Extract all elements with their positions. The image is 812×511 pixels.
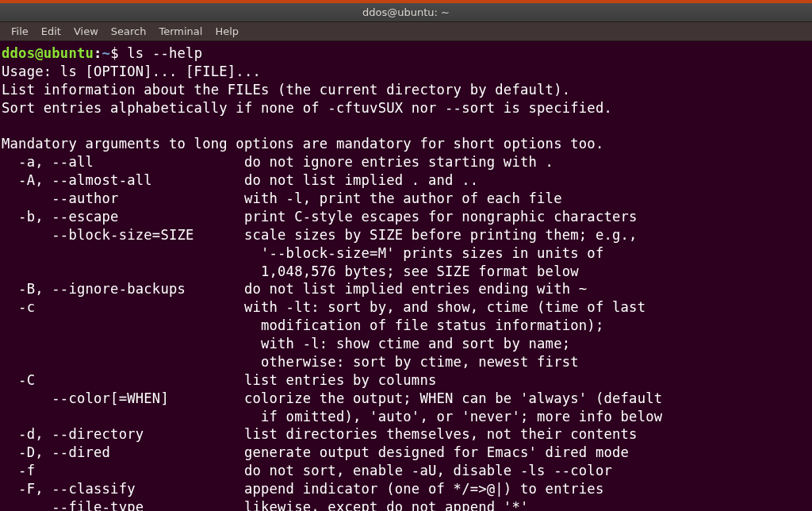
output-line: if omitted), 'auto', or 'never'; more in… [2, 408, 810, 426]
output-line: modification of file status information)… [2, 317, 810, 335]
prompt-dollar: $ [110, 45, 127, 61]
output-line: -a, --all do not ignore entries starting… [2, 153, 810, 171]
output-line: -A, --almost-all do not list implied . a… [2, 171, 810, 190]
menu-file[interactable]: File [5, 24, 35, 39]
menu-help[interactable]: Help [209, 24, 245, 39]
output-line: --color[=WHEN] colorize the output; WHEN… [2, 390, 810, 408]
output-line: -F, --classify append indicator (one of … [2, 480, 810, 498]
output-line: -B, --ignore-backups do not list implied… [2, 280, 810, 298]
window-title: ddos@ubuntu: ~ [362, 6, 450, 18]
command-text: ls --help [127, 45, 202, 61]
window-titlebar[interactable]: ddos@ubuntu: ~ [0, 3, 812, 22]
output-line: -f do not sort, enable -aU, disable -ls … [2, 462, 810, 480]
output-line: Usage: ls [OPTION]... [FILE]... [2, 63, 810, 81]
output-line: otherwise: sort by ctime, newest first [2, 353, 810, 371]
output-line: -c with -lt: sort by, and show, ctime (t… [2, 298, 810, 317]
output-line: -d, --directory list directories themsel… [2, 425, 810, 444]
output-line: --block-size=SIZE scale sizes by SIZE be… [2, 226, 810, 244]
output-line: with -l: show ctime and sort by name; [2, 335, 810, 353]
menu-search[interactable]: Search [105, 24, 153, 39]
terminal-area[interactable]: ddos@ubuntu:~$ ls --helpUsage: ls [OPTIO… [0, 41, 812, 511]
output-line [2, 117, 810, 136]
output-line: -C list entries by columns [2, 371, 810, 390]
output-line: Sort entries alphabetically if none of -… [2, 99, 810, 117]
output-line: -b, --escape print C-style escapes for n… [2, 208, 810, 226]
output-line: --author with -l, print the author of ea… [2, 190, 810, 208]
output-line: -D, --dired generate output designed for… [2, 444, 810, 462]
prompt-line: ddos@ubuntu:~$ ls --help [2, 44, 810, 63]
output-line: List information about the FILEs (the cu… [2, 81, 810, 99]
menu-edit[interactable]: Edit [35, 24, 67, 39]
output-line: Mandatory arguments to long options are … [2, 135, 810, 153]
prompt-separator: : [94, 45, 102, 61]
output-line: --file-type likewise, except do not appe… [2, 498, 810, 511]
output-line: 1,048,576 bytes; see SIZE format below [2, 263, 810, 281]
menu-terminal[interactable]: Terminal [152, 24, 209, 39]
menubar: File Edit View Search Terminal Help [0, 22, 812, 41]
menu-view[interactable]: View [67, 24, 105, 39]
prompt-user-host: ddos@ubuntu [2, 45, 94, 61]
prompt-path: ~ [102, 45, 111, 61]
output-line: '--block-size=M' prints sizes in units o… [2, 244, 810, 263]
